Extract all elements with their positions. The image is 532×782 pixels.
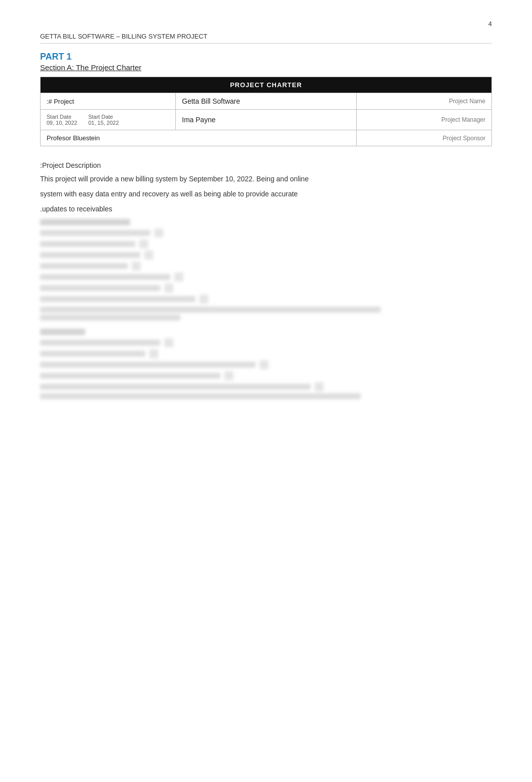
project-name-value: Getta Bill Software — [176, 93, 356, 110]
section-label: Section A: The Project Charter — [40, 63, 492, 72]
description-text-1: This project will provide a new billing … — [40, 173, 492, 185]
description-text-3: .updates to receivables — [40, 203, 492, 215]
start-date-cell: Start Date 09, 10, 2022 Start Date 01, 1… — [41, 110, 176, 130]
description-text-2: system with easy data entry and recovery… — [40, 188, 492, 200]
project-sponsor-label: Project Sponsor — [356, 130, 491, 146]
project-manager-label: Project Manager — [356, 110, 491, 130]
project-name-label: Project Name — [356, 93, 491, 110]
project-manager-value: Ima Payne — [176, 110, 356, 130]
start-date-value-1: 09, 10, 2022 — [47, 120, 77, 126]
blurred-section-2 — [40, 329, 492, 399]
project-label-cell: :# Project — [41, 93, 176, 110]
document-header: GETTA BILL SOFTWARE – BILLING SYSTEM PRO… — [40, 33, 492, 44]
description-label: :Project Description — [40, 161, 492, 169]
blurred-section-1 — [40, 219, 492, 321]
charter-title: PROJECT CHARTER — [41, 77, 492, 93]
start-date-label-2: Start Date — [88, 114, 113, 120]
charter-table: PROJECT CHARTER :# Project Getta Bill So… — [40, 77, 492, 146]
start-date-label-1: Start Date — [47, 114, 72, 120]
start-date-value-2: 01, 15, 2022 — [88, 120, 119, 126]
project-sponsor-value: Profesor Bluestein — [41, 130, 357, 146]
part-label: PART 1 — [40, 52, 492, 62]
page-number: 4 — [40, 20, 492, 28]
